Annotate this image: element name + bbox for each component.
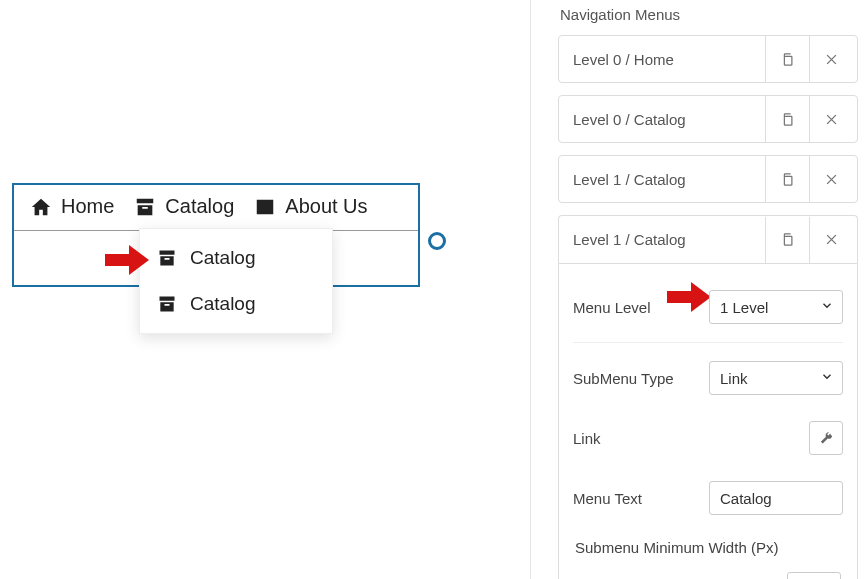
nav-item-home[interactable]: Home: [20, 193, 124, 220]
duplicate-icon: [780, 112, 795, 127]
duplicate-icon: [780, 172, 795, 187]
duplicate-icon: [780, 232, 795, 247]
archive-icon: [156, 247, 178, 269]
field-label: Link: [573, 430, 809, 447]
close-icon: [824, 112, 839, 127]
archive-icon: [134, 196, 156, 218]
home-icon: [30, 196, 52, 218]
menu-card-label: Level 1 / Catalog: [573, 231, 765, 248]
field-label: SubMenu Type: [573, 370, 709, 387]
delete-button[interactable]: [809, 96, 853, 142]
duplicate-button[interactable]: [765, 96, 809, 142]
duplicate-button[interactable]: [765, 156, 809, 202]
field-label: Menu Text: [573, 490, 709, 507]
svg-rect-2: [784, 176, 792, 185]
annotation-arrow-icon: [667, 282, 713, 310]
archive-icon: [156, 293, 178, 315]
field-label: Submenu Minimum Width (Px): [575, 539, 841, 556]
menu-card[interactable]: Level 0 / Catalog: [558, 95, 858, 143]
chevron-down-icon: [820, 370, 834, 387]
delete-button[interactable]: [809, 36, 853, 82]
delete-button[interactable]: [809, 156, 853, 202]
sidebar-title: Navigation Menus: [558, 0, 858, 35]
svg-rect-0: [784, 56, 792, 65]
delete-button[interactable]: [809, 217, 853, 263]
nav-item-catalog[interactable]: Catalog: [124, 193, 244, 220]
submenu-type-select[interactable]: Link: [709, 361, 843, 395]
menu-card-label: Level 1 / Catalog: [573, 171, 765, 188]
form-row-link: Link: [573, 413, 843, 473]
annotation-arrow-icon: [105, 245, 151, 273]
selection-handle[interactable]: [428, 232, 446, 250]
navbar-row: Home Catalog About Us: [14, 185, 418, 231]
menu-card-label: Level 0 / Home: [573, 51, 765, 68]
menu-card[interactable]: Level 0 / Home: [558, 35, 858, 83]
menu-card[interactable]: Level 1 / Catalog: [558, 155, 858, 203]
close-icon: [824, 52, 839, 67]
nav-item-label: About Us: [285, 195, 367, 218]
form-row-menu-text: Menu Text: [573, 473, 843, 533]
submenu-item[interactable]: Catalog: [140, 281, 332, 327]
submenu-item[interactable]: Catalog: [140, 235, 332, 281]
contact-card-icon: [254, 196, 276, 218]
svg-rect-3: [784, 236, 792, 245]
wrench-icon: [819, 431, 834, 446]
min-width-input[interactable]: [787, 572, 841, 579]
select-value: 1 Level: [720, 299, 768, 316]
chevron-down-icon: [820, 299, 834, 316]
submenu-item-label: Catalog: [190, 247, 256, 269]
form-row-min-width: Submenu Minimum Width (Px): [573, 533, 843, 579]
menu-text-input[interactable]: [709, 481, 843, 515]
settings-sidebar: Navigation Menus Level 0 / Home Level 0 …: [550, 0, 868, 579]
nav-item-about[interactable]: About Us: [244, 193, 377, 220]
menu-detail-panel: Menu Level 1 Level SubMenu Type Link Lin…: [558, 263, 858, 579]
editor-canvas: Home Catalog About Us Catalog: [0, 0, 530, 579]
form-row-submenu-type: SubMenu Type Link: [573, 353, 843, 413]
divider: [530, 0, 531, 579]
submenu-item-label: Catalog: [190, 293, 256, 315]
svg-rect-1: [784, 116, 792, 125]
menu-card-label: Level 0 / Catalog: [573, 111, 765, 128]
menu-level-select[interactable]: 1 Level: [709, 290, 843, 324]
close-icon: [824, 232, 839, 247]
form-row-menu-level: Menu Level 1 Level: [573, 282, 843, 343]
nav-item-label: Home: [61, 195, 114, 218]
menu-card-active[interactable]: Level 1 / Catalog: [558, 215, 858, 263]
duplicate-icon: [780, 52, 795, 67]
duplicate-button[interactable]: [765, 217, 809, 263]
select-value: Link: [720, 370, 748, 387]
preview-submenu: Catalog Catalog: [139, 228, 333, 334]
duplicate-button[interactable]: [765, 36, 809, 82]
close-icon: [824, 172, 839, 187]
nav-item-label: Catalog: [165, 195, 234, 218]
link-settings-button[interactable]: [809, 421, 843, 455]
